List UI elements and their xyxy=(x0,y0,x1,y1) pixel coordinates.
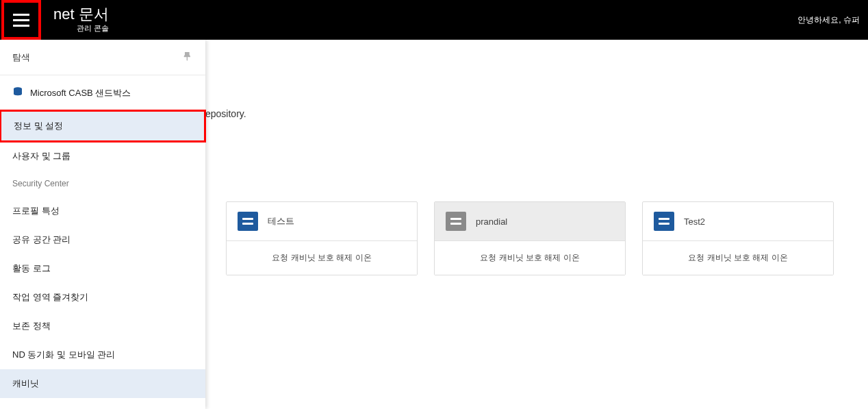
sidebar-item-label: ND 동기화 및 모바일 관리 xyxy=(12,349,115,360)
sidebar-item-users-groups[interactable]: 사용자 및 그룹 xyxy=(0,142,205,171)
database-icon xyxy=(12,86,23,99)
pin-icon[interactable] xyxy=(182,51,193,64)
brand: net 문서 관리 콘솔 xyxy=(53,7,109,34)
cabinet-card[interactable]: 테스트 요청 캐비닛 보호 해제 이온 xyxy=(226,201,418,275)
card-title: prandial xyxy=(476,216,507,227)
card-title: 테스트 xyxy=(268,215,294,227)
cabinet-icon xyxy=(654,212,674,231)
card-header: prandial xyxy=(435,202,625,241)
sidebar-section-label: Microsoft CASB 샌드박스 xyxy=(30,87,131,99)
sidebar-item-label: 작업 영역 즐겨찾기 xyxy=(12,292,88,302)
cabinet-card[interactable]: prandial 요청 캐비닛 보호 해제 이온 xyxy=(434,201,626,275)
brand-title: net 문서 xyxy=(53,7,109,22)
sidebar-item-label: 보존 정책 xyxy=(12,321,51,331)
card-subtitle: 요청 캐비닛 보호 해제 이온 xyxy=(435,241,625,275)
sidebar-item-label: 사용자 및 그룹 xyxy=(12,151,71,161)
sidebar-item-profile-traits[interactable]: 프로필 특성 xyxy=(0,197,205,225)
sidebar-item-label: 공유 공간 관리 xyxy=(12,234,71,245)
sidebar-item-nd-sync[interactable]: ND 동기화 및 모바일 관리 xyxy=(0,340,205,369)
brand-subtitle: 관리 콘솔 xyxy=(53,23,109,34)
card-subtitle: 요청 캐비닛 보호 해제 이온 xyxy=(227,241,417,275)
sidebar-category-security: Security Center xyxy=(0,171,205,197)
sidebar: 탐색 Microsoft CASB 샌드박스 정보 및 설정 사용자 및 그룹 … xyxy=(0,40,205,409)
card-title: Test2 xyxy=(684,216,705,227)
sidebar-item-cabinet[interactable]: 캐비닛 xyxy=(0,369,205,398)
cabinet-icon xyxy=(446,212,466,231)
sidebar-item-label: 정보 및 설정 xyxy=(14,121,63,131)
cabinet-icon xyxy=(238,212,258,231)
hamburger-highlight xyxy=(1,0,41,40)
sidebar-category-label: Security Center xyxy=(12,179,69,188)
cards-row: 테스트 요청 캐비닛 보호 해제 이온 prandial 요청 캐비닛 보호 해… xyxy=(226,201,868,275)
sidebar-item-info-settings[interactable]: 정보 및 설정 xyxy=(0,110,206,142)
sidebar-item-workspace-favorites[interactable]: 작업 영역 즐겨찾기 xyxy=(0,283,205,312)
top-header: net 문서 관리 콘솔 안녕하세요, 슈퍼 xyxy=(0,0,868,40)
sidebar-item-label: 활동 로그 xyxy=(12,263,51,273)
sidebar-item-label: 캐비닛 xyxy=(12,378,39,388)
sidebar-title: 탐색 xyxy=(12,51,30,64)
card-header: Test2 xyxy=(643,202,833,241)
card-header: 테스트 xyxy=(227,202,417,241)
card-subtitle: 요청 캐비닛 보호 해제 이온 xyxy=(643,241,833,275)
sidebar-item-activity-log[interactable]: 활동 로그 xyxy=(0,254,205,283)
cabinet-card[interactable]: Test2 요청 캐비닛 보호 해제 이온 xyxy=(642,201,834,275)
sidebar-item-shared-space[interactable]: 공유 공간 관리 xyxy=(0,225,205,254)
greeting-text: 안녕하세요, 슈퍼 xyxy=(797,14,860,26)
sidebar-section-casb[interactable]: Microsoft CASB 샌드박스 xyxy=(0,75,205,110)
sidebar-item-label: 프로필 특성 xyxy=(12,206,60,216)
hamburger-menu-button[interactable] xyxy=(9,8,34,32)
content-description: epository. xyxy=(205,108,868,119)
sidebar-item-retention-policy[interactable]: 보존 정책 xyxy=(0,312,205,340)
sidebar-header: 탐색 xyxy=(0,40,205,75)
